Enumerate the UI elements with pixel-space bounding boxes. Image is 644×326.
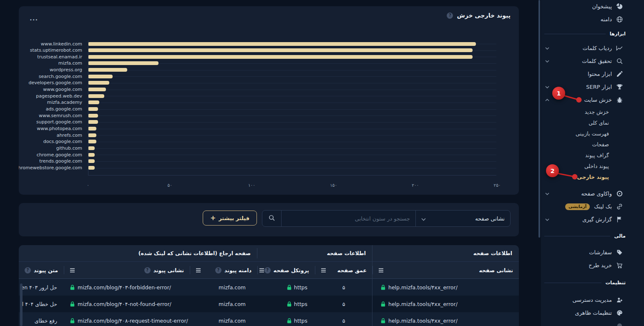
chevron-down-icon[interactable] [545,60,549,63]
sidebar-item-label: مدیریت دسترسی [572,297,612,303]
chart-x-tick-label: ۱۵۰ [330,183,337,188]
sidebar-item-keyword-research[interactable]: تحقیق کلمات [541,55,644,68]
cell-link_domain: mizfa.com [190,312,257,326]
chart-bar [88,94,104,98]
chevron-down-icon[interactable] [545,47,549,50]
chevron-down-icon[interactable] [545,86,549,88]
lock-icon [381,301,385,307]
sidebar-item-page-analysis[interactable]: واکاوی صفحه [541,187,644,200]
sidebar-subitem-review-list[interactable]: فهرست بازبینی [541,128,644,139]
chart-bar-row: docs.google.com [19,138,519,145]
annotation-step-1-badge: 1 [552,87,565,100]
chart-bar-row: chromewebstore.google.com [19,165,519,171]
section-divider-line [544,236,610,236]
column-help-icon[interactable]: ? [215,267,221,273]
sidebar-subitem-new-crawl[interactable]: خزش جدید [541,106,644,117]
lock-icon [287,285,292,290]
column-header-label: نشانی پیوند [153,267,184,273]
cell-page_protocol: https [257,279,315,296]
chart-bar-row: support.google.com [19,119,519,125]
trophy-icon [616,83,623,90]
chart-x-tick-label: ۰ [87,183,89,188]
chart-bar-row: trustseal.enamad.ir [19,53,519,60]
sidebar-subitem-link-graph[interactable]: گراف پیوند [541,150,644,160]
column-menu-icon[interactable] [321,268,326,273]
chart-category-label: www.google.com [19,86,82,93]
sidebar-item-access-management[interactable]: مدیریت دسترسی [541,293,644,306]
chevron-down-icon[interactable] [545,218,549,221]
more-filters-button[interactable]: فیلتر بیشتر + [203,211,257,226]
chart-bar [88,88,106,91]
sidebar-item-appearance-settings[interactable]: تنظیمات ظاهری [541,306,644,319]
column-help-icon[interactable]: ? [264,267,271,273]
column-header-page_protocol[interactable]: پروتکل صفحه? [257,262,315,278]
sidebar-subitem-overview[interactable]: نمای کلی [541,117,644,128]
sidebar-subitem-label: پیوند داخلی [584,163,609,169]
column-help-icon[interactable]: ? [144,267,151,273]
column-menu-icon[interactable] [259,268,264,273]
main-content: پیوند خارجی خزش ? ... www.linkedin.comst… [0,0,541,326]
chart-bar [88,75,113,78]
chart-gridline [88,76,496,77]
table-group-header-page-info: اطلاعات صفحه [257,245,372,261]
search-icon [616,58,623,65]
table-group-header-page-info-url: اطلاعات صفحه [372,245,519,261]
column-header-page_depth[interactable]: عمق صفحه [315,262,372,278]
column-header-label: متن پیوند [34,267,58,273]
sidebar-item-orders[interactable]: سفارشات [541,246,644,259]
chart-bar-row: www.photopea.com [19,125,519,132]
column-header-link_text[interactable]: متن پیوند? [19,262,64,278]
sidebar-item-label: خرید طرح [589,262,612,268]
chart-gridline [88,135,496,135]
chart-bar [88,42,476,46]
column-select[interactable]: نشانی صفحه [416,211,510,226]
sidebar-item-label: تنظیمات ظاهری [575,310,612,316]
sidebar-item-dashboard[interactable]: پیشخوان [541,0,644,13]
chart-bar [88,48,473,52]
sidebar-section-tools: ابزارها [541,26,644,42]
column-header-page_url[interactable]: نشانی صفحه [372,262,519,278]
column-header-link_url[interactable]: نشانی پیوند? [64,262,190,278]
globe-icon [616,16,623,23]
sidebar-item-label: ابزار محتوا [588,71,612,77]
cell-page_depth: ۵ [315,312,372,326]
sidebar-item-buy-plan[interactable]: خرید طرح [541,259,644,272]
table-scrollbar[interactable] [20,283,23,326]
chart-bar [88,114,98,118]
sidebar-item-reporting[interactable]: گزارش گیری [541,213,644,226]
column-help-icon[interactable]: ? [25,267,31,273]
sidebar-item-label: ابزار SERP [586,84,612,90]
sidebar-subitem-label: پیوند خارجی [577,174,609,180]
cell-link_url: mizfa.com/blog/۴۰۳-forbidden-error/ [64,279,190,296]
sidebar-item-content-tools[interactable]: ابزار محتوا [541,68,644,80]
chart-category-label: search.google.com [19,73,82,80]
sidebar-item-backlink[interactable]: بک لینکآزمایشی [541,200,644,213]
sidebar-subitem-pages[interactable]: صفحات [541,139,644,150]
column-menu-icon[interactable] [196,268,201,273]
main-scrollbar[interactable] [538,0,540,238]
chevron-down-icon[interactable] [545,193,549,195]
column-header-link_domain[interactable]: دامنه پیوند? [190,262,257,278]
sidebar-item-keyword-tracker[interactable]: ردیاب کلمات [541,42,644,55]
chart-bar [88,166,95,170]
search-button[interactable] [262,211,281,226]
chart-gridline [88,142,496,142]
sidebar-item-label: واکاوی صفحه [581,191,612,197]
chart-options-menu-icon[interactable]: ... [30,15,38,22]
cell-link_text: حل خطای ۴۰۴ ا [19,296,64,312]
sidebar-item-domain[interactable]: دامنه [541,13,644,26]
sidebar-item-label: ردیاب کلمات [583,45,612,51]
search-icon [268,214,275,223]
column-menu-icon[interactable] [378,268,384,273]
chart-bar-row: trends.google.com [19,158,519,165]
chart-category-label: support.google.com [19,119,82,125]
chart-help-icon[interactable]: ? [447,13,453,19]
chart-category-label: trends.google.com [19,158,82,165]
circle-icon [616,322,623,326]
chart-x-axis-line [88,175,496,176]
chevron-up-icon[interactable] [545,99,549,101]
column-menu-icon[interactable] [70,268,75,273]
lock-icon [287,301,292,307]
sidebar-item-partial-bottom[interactable] [541,319,644,326]
search-input[interactable] [282,216,415,222]
